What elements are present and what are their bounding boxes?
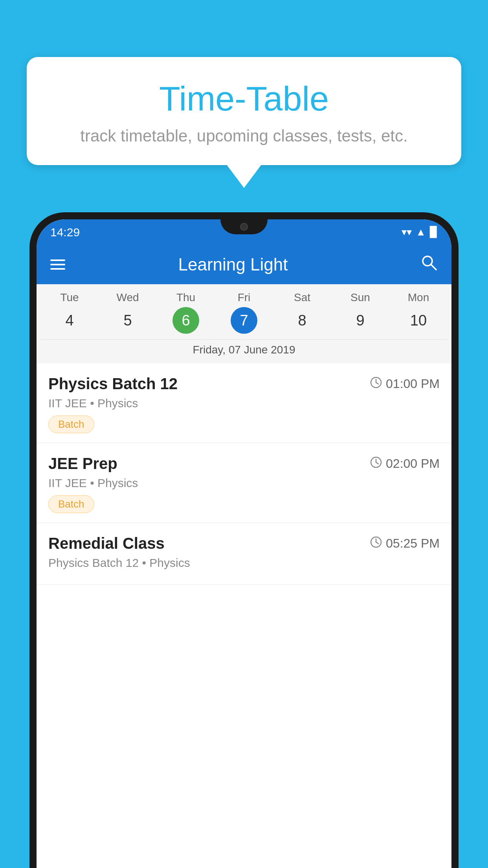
notch	[220, 219, 268, 234]
app-bar: Learning Light	[37, 245, 451, 284]
clock-icon-2	[370, 456, 382, 471]
schedule-subtitle-2: IIT JEE • Physics	[48, 476, 440, 490]
day-5[interactable]: 5	[114, 307, 141, 334]
schedule-item-1[interactable]: Physics Batch 12 01:00 PM	[37, 363, 451, 443]
svg-line-10	[376, 542, 378, 544]
calendar-week: Tue Wed Thu Fri Sat Sun Mon 4 5 6 7 8 9 …	[37, 284, 451, 363]
wifi-icon: ▾▾	[402, 226, 412, 238]
day-label-tue: Tue	[40, 291, 99, 304]
status-icons: ▾▾ ▲ ▉	[402, 226, 438, 238]
day-4[interactable]: 4	[56, 307, 83, 334]
day-label-sat: Sat	[273, 291, 331, 304]
app-bar-title: Learning Light	[77, 255, 389, 274]
phone-frame: 14:29 ▾▾ ▲ ▉ Learning Light	[29, 212, 459, 868]
status-time: 14:29	[50, 226, 80, 239]
day-label-thu: Thu	[157, 291, 215, 304]
clock-icon-3	[370, 536, 382, 551]
schedule-item-3-header: Remedial Class 05:25 PM	[48, 535, 440, 552]
svg-line-4	[376, 383, 378, 384]
signal-icon: ▲	[416, 226, 426, 238]
day-labels: Tue Wed Thu Fri Sat Sun Mon	[40, 291, 448, 304]
camera	[240, 223, 248, 231]
batch-badge-1: Batch	[48, 416, 94, 433]
schedule-subtitle-3: Physics Batch 12 • Physics	[48, 556, 440, 570]
svg-line-1	[431, 265, 436, 270]
day-7-selected[interactable]: 7	[231, 307, 257, 334]
schedule-item-3[interactable]: Remedial Class 05:25 PM	[37, 523, 451, 585]
svg-line-7	[376, 462, 378, 464]
schedule-item-2[interactable]: JEE Prep 02:00 PM	[37, 443, 451, 523]
app-feature-title: Time-Table	[50, 79, 438, 119]
day-label-mon: Mon	[389, 291, 448, 304]
day-6-today[interactable]: 6	[172, 307, 199, 334]
search-button[interactable]	[420, 254, 438, 275]
schedule-time-3: 05:25 PM	[370, 536, 440, 551]
schedule-title-1: Physics Batch 12	[48, 375, 178, 393]
clock-icon-1	[370, 377, 382, 392]
selected-date-label: Friday, 07 June 2019	[40, 339, 448, 363]
schedule-time-2: 02:00 PM	[370, 456, 440, 471]
day-8[interactable]: 8	[289, 307, 316, 334]
batch-badge-2: Batch	[48, 495, 94, 513]
schedule-item-1-header: Physics Batch 12 01:00 PM	[48, 375, 440, 393]
battery-icon: ▉	[430, 226, 438, 238]
schedule-item-2-header: JEE Prep 02:00 PM	[48, 455, 440, 473]
schedule-list: Physics Batch 12 01:00 PM	[37, 363, 451, 585]
status-bar: 14:29 ▾▾ ▲ ▉	[37, 219, 451, 245]
day-label-sun: Sun	[331, 291, 389, 304]
day-label-wed: Wed	[99, 291, 157, 304]
day-numbers: 4 5 6 7 8 9 10	[40, 307, 448, 334]
menu-button[interactable]	[50, 259, 65, 270]
screen-content: 14:29 ▾▾ ▲ ▉ Learning Light	[37, 219, 451, 868]
speech-bubble-card: Time-Table track timetable, upcoming cla…	[27, 57, 461, 165]
day-9[interactable]: 9	[347, 307, 374, 334]
app-feature-subtitle: track timetable, upcoming classes, tests…	[50, 127, 438, 145]
schedule-title-2: JEE Prep	[48, 455, 117, 473]
schedule-subtitle-1: IIT JEE • Physics	[48, 397, 440, 410]
day-label-fri: Fri	[215, 291, 273, 304]
schedule-time-1: 01:00 PM	[370, 377, 440, 392]
day-10[interactable]: 10	[405, 307, 432, 334]
speech-bubble-arrow	[226, 164, 262, 188]
speech-bubble-section: Time-Table track timetable, upcoming cla…	[27, 57, 461, 188]
schedule-title-3: Remedial Class	[48, 535, 165, 552]
phone-inner: 14:29 ▾▾ ▲ ▉ Learning Light	[37, 219, 451, 868]
